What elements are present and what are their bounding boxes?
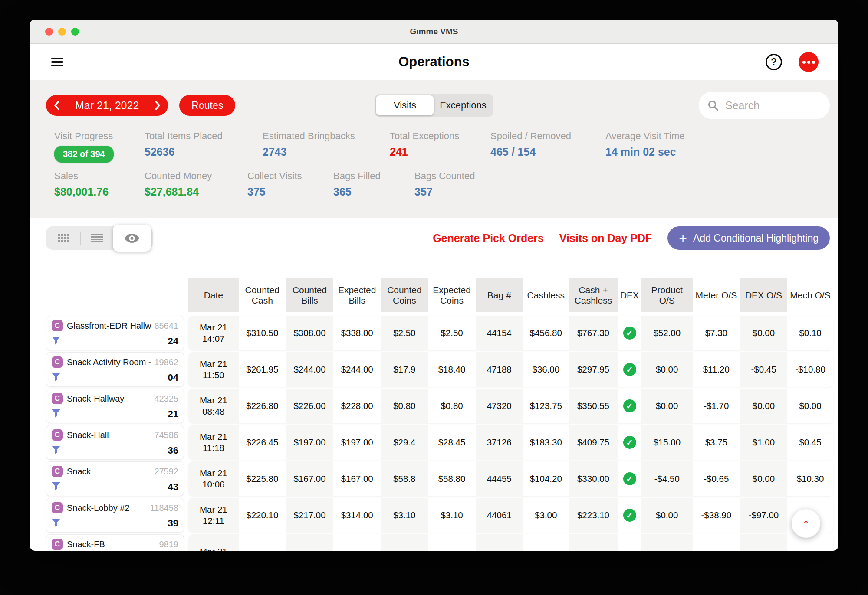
- visit-row-strip[interactable]: Mar 2112:11 $220.10 $217.00 $314.00 $3.1…: [188, 498, 833, 533]
- filter-funnel-icon[interactable]: [52, 373, 60, 383]
- tab-exceptions[interactable]: Exceptions: [434, 95, 492, 115]
- visit-row-strip[interactable]: Mar 2111:18 $226.45 $197.00 $197.00 $29.…: [188, 425, 833, 460]
- col-mech-os[interactable]: Mech O/S: [787, 278, 833, 312]
- cell-product-os: $0.00: [641, 352, 693, 387]
- dex-success-icon: [623, 509, 636, 522]
- cell-mech-os: $0.00: [787, 389, 833, 423]
- visit-row-strip[interactable]: Mar 2108:48 $226.80 $226.00 $228.00 $0.8…: [188, 389, 833, 423]
- col-date[interactable]: Date: [188, 278, 239, 312]
- summary-panel: Mar 21, 2022 Routes Visits Exceptions Vi…: [30, 80, 838, 218]
- stat-collect-visits: Collect Visits 375: [247, 170, 302, 198]
- machine-type-badge: C: [52, 356, 63, 368]
- machine-count: 39: [168, 518, 178, 529]
- machine-card[interactable]: C Snack Activity Room - 19862 04: [46, 352, 184, 387]
- filter-funnel-icon[interactable]: [52, 519, 60, 529]
- arrow-up-icon: ↑: [802, 515, 810, 532]
- machine-name: Snack-FB: [67, 539, 156, 549]
- col-expected-coins[interactable]: Expected Coins: [428, 278, 475, 312]
- search-input[interactable]: [725, 99, 821, 112]
- cell-dex: [618, 316, 641, 350]
- machine-card[interactable]: C Snack 27592 43: [46, 461, 184, 496]
- cell-mech-os: -$10.80: [787, 352, 833, 387]
- table-body: C Glassfront-EDR Hallway 85641 24 Mar 21…: [30, 316, 838, 551]
- cell-bag-number: 44061: [476, 498, 523, 533]
- col-dex-os[interactable]: DEX O/S: [740, 278, 787, 312]
- next-day-button[interactable]: [147, 95, 168, 116]
- col-counted-cash[interactable]: Counted Cash: [239, 278, 286, 312]
- machine-name: Snack Activity Room -: [67, 357, 151, 367]
- col-bag-number[interactable]: Bag #: [476, 278, 523, 312]
- routes-button[interactable]: Routes: [179, 95, 235, 116]
- cell-dex: [618, 389, 641, 423]
- cell-date: Mar 2114:07: [188, 316, 239, 350]
- col-dex[interactable]: DEX: [618, 278, 641, 312]
- page-title: Operations: [30, 54, 838, 70]
- cell-counted-coins: $58.8: [381, 461, 428, 496]
- cell-product-os: $52.00: [641, 316, 693, 350]
- list-view-button[interactable]: [81, 226, 113, 250]
- search-box[interactable]: [699, 92, 830, 119]
- col-cash-cashless[interactable]: Cash + Cashless: [569, 278, 618, 312]
- cell-expected-coins: $18.40: [428, 352, 475, 387]
- visit-row-strip[interactable]: Mar 21: [188, 534, 833, 551]
- machine-card[interactable]: C Snack-FB 9819: [46, 534, 184, 551]
- machine-card[interactable]: C Snack-Hallway 42325 21: [46, 389, 184, 423]
- eye-icon: [124, 233, 140, 243]
- machine-name: Snack-Hall: [67, 430, 151, 440]
- grid-view-button[interactable]: [48, 226, 80, 250]
- col-cashless[interactable]: Cashless: [523, 278, 569, 312]
- cell-dex: [618, 352, 641, 387]
- visit-row-strip[interactable]: Mar 2110:06 $225.80 $167.00 $167.00 $58.…: [188, 461, 833, 496]
- visits-on-day-pdf-button[interactable]: Visits on Day PDF: [559, 232, 652, 245]
- machine-count: 36: [168, 445, 178, 456]
- dex-success-icon: [623, 363, 636, 376]
- eye-view-button[interactable]: [113, 225, 151, 252]
- tab-visits[interactable]: Visits: [376, 95, 434, 115]
- table-row: C Snack-Hallway 42325 21 Mar 2108:48 $22…: [46, 389, 833, 423]
- col-product-os[interactable]: Product O/S: [641, 278, 693, 312]
- generate-pick-orders-button[interactable]: Generate Pick Orders: [433, 232, 544, 245]
- filter-funnel-icon[interactable]: [52, 409, 60, 419]
- prev-day-button[interactable]: [46, 95, 67, 116]
- table-header: Date Counted Cash Counted Bills Expected…: [188, 278, 833, 312]
- visit-row-strip[interactable]: Mar 2114:07 $310.50 $308.00 $338.00 $2.5…: [188, 316, 833, 350]
- machine-id: 85641: [154, 321, 178, 331]
- cell-date: Mar 2110:06: [188, 461, 239, 496]
- col-meter-os[interactable]: Meter O/S: [693, 278, 740, 312]
- cell-bag-number: 47320: [476, 389, 523, 423]
- cell-meter-os: -$38.90: [693, 498, 740, 533]
- col-expected-bills[interactable]: Expected Bills: [333, 278, 381, 312]
- cell-meter-os: -$0.65: [693, 461, 740, 496]
- cell-cashless: $183.30: [523, 425, 569, 460]
- cell-expected-bills: $244.00: [333, 352, 381, 387]
- machine-card[interactable]: C Glassfront-EDR Hallway 85641 24: [46, 316, 184, 350]
- visit-row-strip[interactable]: Mar 2111:50 $261.95 $244.00 $244.00 $17.…: [188, 352, 833, 387]
- add-conditional-highlighting-button[interactable]: + Add Conditional Highlighting: [667, 226, 830, 250]
- col-counted-bills[interactable]: Counted Bills: [286, 278, 333, 312]
- date-label[interactable]: Mar 21, 2022: [67, 95, 147, 116]
- cell-bag-number: 47188: [476, 352, 523, 387]
- scroll-to-top-button[interactable]: ↑: [792, 509, 820, 538]
- cell-counted-coins: $29.4: [381, 425, 428, 460]
- filter-funnel-icon[interactable]: [52, 482, 60, 492]
- view-mode-toggle: [46, 226, 153, 250]
- cell-mech-os: $0.10: [787, 316, 833, 350]
- machine-count: 24: [168, 336, 178, 347]
- cell-counted-bills: $244.00: [286, 352, 333, 387]
- stats-row-2: Sales $80,001.76 Counted Money $27,681.8…: [30, 170, 838, 210]
- machine-count: 43: [168, 481, 178, 493]
- toolbar: Mar 21, 2022 Routes Visits Exceptions: [30, 92, 838, 119]
- machine-card[interactable]: C Snack-Hall 74586 36: [46, 425, 184, 460]
- cell-counted-cash: $226.80: [239, 389, 286, 423]
- help-icon[interactable]: ?: [766, 54, 782, 70]
- filter-funnel-icon[interactable]: [52, 446, 60, 456]
- cell-expected-bills: $197.00: [333, 425, 381, 460]
- overflow-menu-icon[interactable]: [799, 52, 819, 72]
- filter-funnel-icon[interactable]: [52, 337, 60, 347]
- machine-card[interactable]: C Snack-Lobby #2 118458 39: [46, 498, 184, 533]
- machine-id: 74586: [154, 430, 178, 440]
- stat-spoiled-removed: Spoiled / Removed 465 / 154: [490, 131, 571, 158]
- table-row: C Snack-Lobby #2 118458 39 Mar 2112:11 $…: [46, 498, 833, 533]
- dex-success-icon: [623, 436, 636, 449]
- col-counted-coins[interactable]: Counted Coins: [381, 278, 428, 312]
